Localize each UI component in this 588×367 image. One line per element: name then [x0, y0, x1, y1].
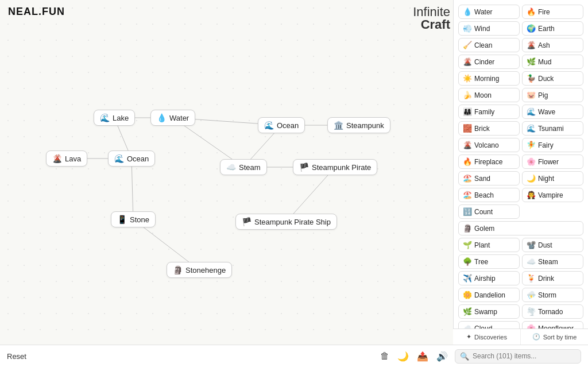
node-icon: 🗿: [173, 265, 183, 275]
sidebar-item[interactable]: 🌍Earth: [522, 21, 583, 36]
sidebar-item[interactable]: 💧Water: [458, 5, 520, 19]
sidebar-item[interactable]: 🔢Count: [458, 204, 520, 219]
craft-node[interactable]: 🗿Stonehenge: [167, 262, 232, 278]
sidebar-item[interactable]: 🌪️Tornado: [522, 304, 583, 319]
item-label: Count: [474, 208, 493, 216]
sidebar-item[interactable]: 🔥Fire: [522, 5, 583, 19]
craft-node[interactable]: 🌊Ocean: [258, 117, 305, 133]
sidebar-item[interactable]: ☀️Morning: [458, 71, 520, 86]
sidebar-item[interactable]: 🌊Wave: [522, 105, 583, 119]
node-label: Steampunk: [346, 121, 384, 130]
search-bar[interactable]: 🔍: [455, 349, 581, 364]
sidebar-item[interactable]: 🧹Clean: [458, 38, 520, 52]
node-icon: ☁️: [226, 163, 236, 172]
bottom-icon-group: 🗑 🌙 📤 🔊: [380, 351, 448, 362]
item-label: Night: [538, 175, 554, 183]
sidebar-item[interactable]: 🌙Night: [522, 171, 583, 186]
sound-icon[interactable]: 🔊: [436, 351, 448, 362]
craft-node[interactable]: ☁️Steam: [220, 159, 267, 175]
item-label: Family: [474, 108, 494, 116]
sidebar-item[interactable]: 🌿Swamp: [458, 304, 520, 319]
craft-node[interactable]: 🌊Ocean: [108, 150, 155, 167]
discoveries-button[interactable]: ✦ Discoveries: [453, 329, 521, 345]
item-icon: 🦆: [527, 74, 536, 83]
reset-button[interactable]: Reset: [7, 352, 26, 361]
sidebar-item[interactable]: 🍌Moon: [458, 88, 520, 102]
sidebar-item[interactable]: 🦆Duck: [522, 71, 583, 86]
sidebar-item[interactable]: 🌿Mud: [522, 55, 583, 69]
item-icon: 💧: [463, 7, 472, 16]
craft-node[interactable]: 🏴Steampunk Pirate Ship: [235, 214, 337, 230]
sidebar-item[interactable]: 🌋Ash: [522, 38, 583, 52]
node-icon: 🏴: [299, 163, 309, 172]
item-label: Airship: [474, 275, 496, 283]
sidebar-item[interactable]: 👨‍👩‍👧Family: [458, 105, 520, 119]
sidebar-item[interactable]: 🌼Dandelion: [458, 288, 520, 302]
sidebar-item[interactable]: 🔥Fireplace: [458, 154, 520, 169]
node-label: Steampunk Pirate: [312, 163, 371, 172]
sidebar-item[interactable]: 🐷Pig: [522, 88, 583, 102]
sidebar-item[interactable]: 🧚Fairy: [522, 138, 583, 152]
craft-canvas[interactable]: 🌋Lava🌊Ocean🌊Lake💧Water📱Stone🗿Stonehenge🌊…: [0, 0, 445, 345]
item-label: Fireplace: [474, 158, 502, 166]
node-icon: 🌊: [264, 121, 274, 130]
moon-icon[interactable]: 🌙: [397, 351, 409, 362]
sidebar-item[interactable]: 🏖️Sand: [458, 171, 520, 186]
bottom-bar: Reset 🗑 🌙 📤 🔊 🔍: [0, 345, 588, 367]
node-label: Stonehenge: [185, 266, 226, 275]
sidebar-item[interactable]: 🌋Volcano: [458, 138, 520, 152]
item-icon: 🌸: [527, 157, 536, 166]
sidebar-item[interactable]: ⛈️Storm: [522, 288, 583, 302]
sidebar-item[interactable]: 🌳Tree: [458, 254, 520, 269]
trash-icon[interactable]: 🗑: [380, 351, 389, 361]
sidebar-item[interactable]: 🧛Vampire: [522, 188, 583, 202]
node-icon: 🏴: [242, 217, 252, 226]
sidebar-item[interactable]: 🍹Drink: [522, 271, 583, 285]
craft-node[interactable]: 🏴Steampunk Pirate: [293, 159, 377, 175]
craft-node[interactable]: 💧Water: [150, 110, 195, 126]
item-label: Earth: [538, 25, 555, 33]
sidebar-item[interactable]: 💨Wind: [458, 21, 520, 36]
node-label: Water: [169, 114, 189, 122]
sidebar-item[interactable]: 📽️Dust: [522, 238, 583, 252]
sidebar-item[interactable]: 🗿Golem: [458, 221, 583, 235]
item-icon: ⛈️: [527, 291, 536, 299]
craft-node[interactable]: 📱Stone: [111, 211, 156, 227]
search-icon: 🔍: [460, 352, 469, 361]
connection-line: [131, 159, 133, 219]
item-icon: 🌙: [527, 174, 536, 183]
search-input[interactable]: [473, 352, 576, 360]
node-icon: 📱: [117, 215, 127, 224]
item-label: Swamp: [474, 308, 497, 316]
sidebar-item[interactable]: 🏖️Beach: [458, 188, 520, 202]
share-icon[interactable]: 📤: [417, 351, 428, 362]
sidebar-item[interactable]: 🌱Plant: [458, 238, 520, 252]
sidebar-item[interactable]: 🌋Cinder: [458, 55, 520, 69]
sidebar-item[interactable]: 🌸Flower: [522, 154, 583, 169]
sidebar-item[interactable]: 🌊Tsunami: [522, 121, 583, 136]
item-label: Dust: [538, 241, 552, 249]
craft-node[interactable]: 🌋Lava: [46, 150, 87, 167]
item-icon: ✈️: [463, 274, 472, 283]
item-label: Plant: [474, 241, 490, 249]
node-label: Lake: [113, 114, 129, 122]
discoveries-icon: ✦: [466, 333, 471, 341]
item-icon: 🔢: [463, 207, 472, 216]
sidebar-item[interactable]: 🧱Brick: [458, 121, 520, 136]
sidebar-item[interactable]: ✈️Airship: [458, 271, 520, 285]
craft-node[interactable]: 🌊Lake: [94, 110, 135, 126]
item-label: Wind: [474, 25, 490, 33]
item-icon: 🧚: [527, 141, 536, 149]
item-icon: 🏖️: [463, 174, 472, 183]
sort-button[interactable]: 🕐 Sort by time: [521, 329, 588, 345]
craft-node[interactable]: 🏛️Steampunk: [327, 117, 390, 133]
item-icon: 🧛: [527, 191, 536, 199]
node-icon: 🌋: [52, 154, 62, 163]
item-icon: 🧹: [463, 41, 472, 49]
elements-sidebar[interactable]: 💧Water🔥Fire💨Wind🌍Earth🧹Clean🌋Ash🌋Cinder🌿…: [453, 0, 588, 345]
discoveries-label: Discoveries: [474, 334, 507, 341]
item-icon: 🏖️: [463, 191, 472, 199]
item-icon: 📽️: [527, 241, 536, 249]
sidebar-item[interactable]: ☁️Steam: [522, 254, 583, 269]
sidebar-footer: ✦ Discoveries 🕐 Sort by time: [453, 329, 588, 345]
